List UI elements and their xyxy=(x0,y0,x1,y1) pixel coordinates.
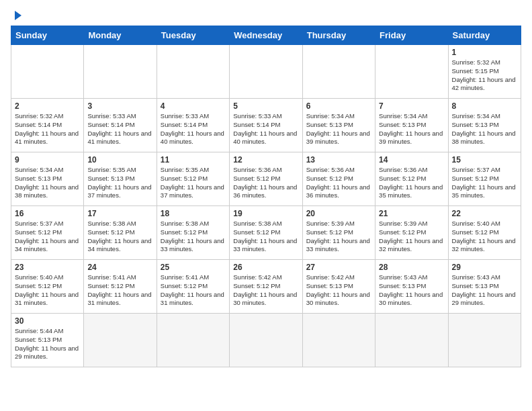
calendar-day-cell xyxy=(302,45,375,99)
day-number: 6 xyxy=(306,101,371,111)
calendar-day-cell: 23Sunrise: 5:40 AM Sunset: 5:12 PM Dayli… xyxy=(11,260,84,314)
day-number: 13 xyxy=(306,155,371,165)
day-number: 3 xyxy=(87,101,152,111)
calendar-day-cell: 27Sunrise: 5:42 AM Sunset: 5:13 PM Dayli… xyxy=(302,260,375,314)
calendar-day-cell xyxy=(157,45,229,99)
calendar-day-cell xyxy=(230,45,302,99)
day-number: 1 xyxy=(452,48,517,57)
calendar-day-cell: 20Sunrise: 5:39 AM Sunset: 5:12 PM Dayli… xyxy=(302,206,375,260)
day-number: 27 xyxy=(306,263,371,272)
day-info: Sunrise: 5:43 AM Sunset: 5:13 PM Dayligh… xyxy=(452,273,517,308)
logo-area xyxy=(11,11,21,20)
day-number: 20 xyxy=(306,209,371,218)
calendar-day-cell: 2Sunrise: 5:32 AM Sunset: 5:14 PM Daylig… xyxy=(11,99,84,152)
day-info: Sunrise: 5:44 AM Sunset: 5:13 PM Dayligh… xyxy=(15,327,80,361)
day-number: 18 xyxy=(161,209,226,218)
day-of-week-header: Wednesday xyxy=(230,26,302,45)
calendar-day-cell: 28Sunrise: 5:43 AM Sunset: 5:13 PM Dayli… xyxy=(375,260,448,314)
day-number: 29 xyxy=(452,263,517,272)
day-number: 8 xyxy=(452,101,517,111)
calendar-week-row: 23Sunrise: 5:40 AM Sunset: 5:12 PM Dayli… xyxy=(11,260,521,314)
calendar-week-row: 1Sunrise: 5:32 AM Sunset: 5:15 PM Daylig… xyxy=(11,45,521,99)
day-info: Sunrise: 5:37 AM Sunset: 5:12 PM Dayligh… xyxy=(452,166,517,200)
calendar-day-cell xyxy=(448,314,521,367)
calendar-table: SundayMondayTuesdayWednesdayThursdayFrid… xyxy=(11,26,521,367)
calendar-day-cell: 22Sunrise: 5:40 AM Sunset: 5:12 PM Dayli… xyxy=(448,206,521,260)
day-of-week-header: Thursday xyxy=(302,26,375,45)
page-header xyxy=(11,11,521,20)
day-number: 25 xyxy=(161,263,226,272)
day-info: Sunrise: 5:34 AM Sunset: 5:13 PM Dayligh… xyxy=(452,112,517,146)
calendar-week-row: 9Sunrise: 5:34 AM Sunset: 5:13 PM Daylig… xyxy=(11,152,521,206)
calendar-day-cell: 29Sunrise: 5:43 AM Sunset: 5:13 PM Dayli… xyxy=(448,260,521,314)
calendar-day-cell: 6Sunrise: 5:34 AM Sunset: 5:13 PM Daylig… xyxy=(302,99,375,152)
day-info: Sunrise: 5:36 AM Sunset: 5:12 PM Dayligh… xyxy=(233,166,298,200)
calendar-day-cell: 21Sunrise: 5:39 AM Sunset: 5:12 PM Dayli… xyxy=(375,206,448,260)
calendar-day-cell xyxy=(84,45,157,99)
calendar-day-cell: 7Sunrise: 5:34 AM Sunset: 5:13 PM Daylig… xyxy=(375,99,448,152)
day-number: 22 xyxy=(452,209,517,218)
calendar-day-cell: 24Sunrise: 5:41 AM Sunset: 5:12 PM Dayli… xyxy=(84,260,157,314)
calendar-day-cell: 13Sunrise: 5:36 AM Sunset: 5:12 PM Dayli… xyxy=(302,152,375,206)
day-info: Sunrise: 5:34 AM Sunset: 5:13 PM Dayligh… xyxy=(15,166,80,200)
calendar-day-cell: 17Sunrise: 5:38 AM Sunset: 5:12 PM Dayli… xyxy=(84,206,157,260)
day-info: Sunrise: 5:32 AM Sunset: 5:15 PM Dayligh… xyxy=(452,58,517,93)
day-info: Sunrise: 5:38 AM Sunset: 5:12 PM Dayligh… xyxy=(233,220,298,254)
calendar-day-cell xyxy=(230,314,302,367)
day-info: Sunrise: 5:43 AM Sunset: 5:13 PM Dayligh… xyxy=(379,273,444,308)
calendar-day-cell: 26Sunrise: 5:42 AM Sunset: 5:12 PM Dayli… xyxy=(230,260,302,314)
day-number: 23 xyxy=(15,263,80,272)
calendar-day-cell: 15Sunrise: 5:37 AM Sunset: 5:12 PM Dayli… xyxy=(448,152,521,206)
day-number: 24 xyxy=(87,263,152,272)
calendar-day-cell: 16Sunrise: 5:37 AM Sunset: 5:12 PM Dayli… xyxy=(11,206,84,260)
days-of-week-row: SundayMondayTuesdayWednesdayThursdayFrid… xyxy=(11,26,521,45)
day-number: 26 xyxy=(233,263,298,272)
logo-triangle-icon xyxy=(15,11,21,20)
day-number: 2 xyxy=(15,101,80,111)
calendar-week-row: 16Sunrise: 5:37 AM Sunset: 5:12 PM Dayli… xyxy=(11,206,521,260)
calendar-day-cell xyxy=(302,314,375,367)
day-info: Sunrise: 5:39 AM Sunset: 5:12 PM Dayligh… xyxy=(306,220,371,254)
day-number: 17 xyxy=(87,209,152,218)
day-number: 28 xyxy=(379,263,444,272)
day-number: 30 xyxy=(15,316,80,326)
calendar-day-cell xyxy=(157,314,229,367)
day-number: 7 xyxy=(379,101,444,111)
day-of-week-header: Sunday xyxy=(11,26,84,45)
calendar-day-cell: 11Sunrise: 5:35 AM Sunset: 5:12 PM Dayli… xyxy=(157,152,229,206)
day-number: 5 xyxy=(233,101,298,111)
day-info: Sunrise: 5:33 AM Sunset: 5:14 PM Dayligh… xyxy=(233,112,298,146)
calendar-day-cell xyxy=(375,314,448,367)
day-number: 11 xyxy=(161,155,226,165)
logo xyxy=(11,11,21,20)
calendar-week-row: 30Sunrise: 5:44 AM Sunset: 5:13 PM Dayli… xyxy=(11,314,521,367)
day-info: Sunrise: 5:42 AM Sunset: 5:13 PM Dayligh… xyxy=(306,273,371,308)
day-info: Sunrise: 5:40 AM Sunset: 5:12 PM Dayligh… xyxy=(15,273,80,308)
calendar-day-cell: 3Sunrise: 5:33 AM Sunset: 5:14 PM Daylig… xyxy=(84,99,157,152)
calendar-day-cell: 18Sunrise: 5:38 AM Sunset: 5:12 PM Dayli… xyxy=(157,206,229,260)
day-info: Sunrise: 5:39 AM Sunset: 5:12 PM Dayligh… xyxy=(379,220,444,254)
day-number: 10 xyxy=(87,155,152,165)
day-number: 4 xyxy=(161,101,226,111)
day-info: Sunrise: 5:41 AM Sunset: 5:12 PM Dayligh… xyxy=(87,273,152,308)
day-of-week-header: Tuesday xyxy=(157,26,229,45)
calendar-day-cell: 12Sunrise: 5:36 AM Sunset: 5:12 PM Dayli… xyxy=(230,152,302,206)
day-info: Sunrise: 5:33 AM Sunset: 5:14 PM Dayligh… xyxy=(161,112,226,146)
calendar-day-cell xyxy=(84,314,157,367)
day-info: Sunrise: 5:33 AM Sunset: 5:14 PM Dayligh… xyxy=(87,112,152,146)
day-info: Sunrise: 5:35 AM Sunset: 5:12 PM Dayligh… xyxy=(161,166,226,200)
calendar-day-cell: 30Sunrise: 5:44 AM Sunset: 5:13 PM Dayli… xyxy=(11,314,84,367)
calendar-day-cell: 19Sunrise: 5:38 AM Sunset: 5:12 PM Dayli… xyxy=(230,206,302,260)
day-info: Sunrise: 5:42 AM Sunset: 5:12 PM Dayligh… xyxy=(233,273,298,308)
calendar-day-cell: 5Sunrise: 5:33 AM Sunset: 5:14 PM Daylig… xyxy=(230,99,302,152)
calendar-week-row: 2Sunrise: 5:32 AM Sunset: 5:14 PM Daylig… xyxy=(11,99,521,152)
day-info: Sunrise: 5:38 AM Sunset: 5:12 PM Dayligh… xyxy=(161,220,226,254)
day-number: 19 xyxy=(233,209,298,218)
day-of-week-header: Friday xyxy=(375,26,448,45)
calendar-body: 1Sunrise: 5:32 AM Sunset: 5:15 PM Daylig… xyxy=(11,45,521,367)
calendar-day-cell: 1Sunrise: 5:32 AM Sunset: 5:15 PM Daylig… xyxy=(448,45,521,99)
day-number: 9 xyxy=(15,155,80,165)
day-number: 21 xyxy=(379,209,444,218)
day-info: Sunrise: 5:34 AM Sunset: 5:13 PM Dayligh… xyxy=(379,112,444,146)
calendar-day-cell xyxy=(11,45,84,99)
